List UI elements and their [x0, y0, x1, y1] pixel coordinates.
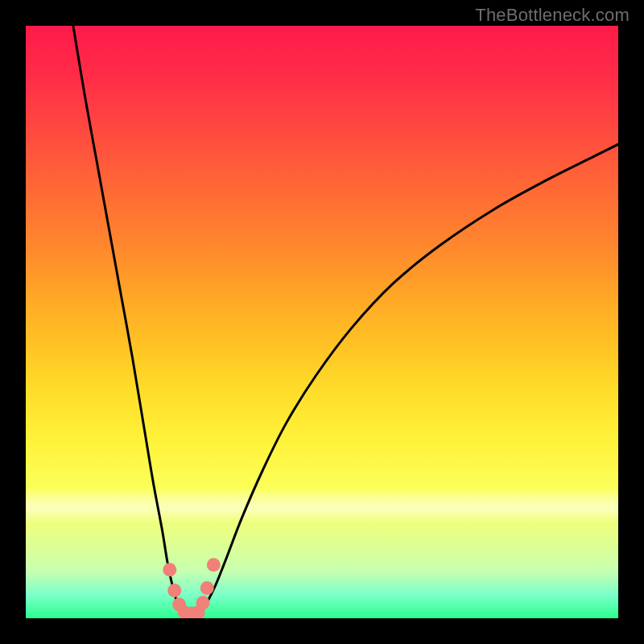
- valley-marker: [163, 563, 176, 576]
- valley-marker: [200, 581, 214, 595]
- plot-area: [26, 26, 618, 618]
- valley-marker: [207, 558, 221, 572]
- chart-frame: TheBottleneck.com: [0, 0, 644, 644]
- valley-marker: [196, 596, 210, 609]
- watermark-text: TheBottleneck.com: [475, 5, 630, 26]
- valley-marker: [167, 584, 181, 597]
- bottleneck-curve: [73, 26, 618, 614]
- curve-layer: [26, 26, 618, 618]
